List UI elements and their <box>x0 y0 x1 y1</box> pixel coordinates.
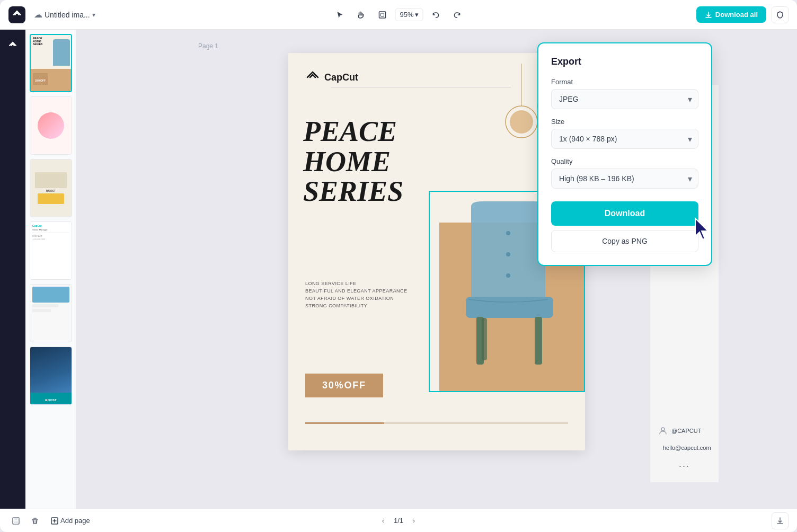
features-list: LONG SERVICE LIFE BEAUTIFUL AND ELEGANT … <box>305 281 407 308</box>
discount-badge: 30%OFF <box>305 374 383 397</box>
sidebar-filter-button[interactable] <box>3 36 22 55</box>
quality-select[interactable]: Low Medium High (98 KB – 196 KB) <box>551 169 698 189</box>
progress-fill <box>305 422 384 424</box>
svg-point-12 <box>506 252 510 256</box>
headline-text: PEACE HOME SERIES <box>303 117 403 207</box>
svg-rect-7 <box>466 297 553 318</box>
export-icon-button[interactable] <box>772 512 789 529</box>
quality-field: Quality Low Medium High (98 KB – 196 KB)… <box>551 157 698 189</box>
doc-title-button[interactable]: ☁ Untitled ima... ▾ <box>30 7 100 22</box>
bottom-bar-right <box>402 512 789 529</box>
size-label: Size <box>551 118 698 126</box>
doc-title-chevron-icon: ▾ <box>92 11 95 19</box>
page-thumb-3[interactable]: BOOST <box>30 159 72 217</box>
format-select[interactable]: JPEG PNG PDF SVG <box>551 89 698 109</box>
bottom-bar-left: Add page <box>8 513 395 528</box>
copy-png-button[interactable]: Copy as PNG <box>551 230 698 252</box>
svg-rect-1 <box>380 13 384 16</box>
bottom-bar: Add page ‹ 1/1 › <box>0 509 797 532</box>
headline-line1: PEACE <box>303 117 403 147</box>
hand-tool-button[interactable] <box>352 6 369 23</box>
add-page-label: Add page <box>60 517 90 525</box>
discount-text: 30%OFF <box>322 380 366 391</box>
svg-point-4 <box>510 110 533 134</box>
format-label: Format <box>551 78 698 86</box>
quality-select-wrapper: Low Medium High (98 KB – 196 KB) ▾ <box>551 169 698 189</box>
download-label: Download <box>605 209 645 218</box>
feature-2: BEAUTIFUL AND ELEGANT APPEARANCE <box>305 288 407 294</box>
size-field: Size 1x (940 × 788 px) 2x (1880 × 1576 p… <box>551 118 698 149</box>
size-select[interactable]: 1x (940 × 788 px) 2x (1880 × 1576 px) 0.… <box>551 129 698 149</box>
progress-bar <box>305 422 568 424</box>
handle-row: @CAPCUT <box>659 427 710 435</box>
add-page-button[interactable]: Add page <box>47 515 94 527</box>
size-select-wrapper: 1x (940 × 788 px) 2x (1880 × 1576 px) 0.… <box>551 129 698 149</box>
download-button[interactable]: Download <box>551 201 698 226</box>
zoom-control[interactable]: 95% ▾ <box>395 8 423 21</box>
brand-name-text: CapCut <box>324 72 358 83</box>
feature-1: LONG SERVICE LIFE <box>305 281 407 286</box>
zoom-chevron-icon: ▾ <box>415 11 419 19</box>
app-logo <box>8 6 25 23</box>
prev-page-button[interactable]: ‹ <box>377 515 389 527</box>
left-sidebar <box>0 30 25 509</box>
next-page-button[interactable]: › <box>408 515 420 527</box>
save-icon-button[interactable] <box>8 513 23 528</box>
feature-3: NOT AFRAID OF WATER OXIDATION <box>305 296 407 301</box>
download-btn-container: Download <box>551 197 698 230</box>
svg-rect-18 <box>14 521 18 524</box>
cursor-indicator <box>692 217 711 243</box>
page-thumb-4[interactable]: CapCut Senior Manager CONTACT +123-456-7… <box>30 221 72 280</box>
headline-line2: HOME <box>303 147 403 177</box>
download-all-button[interactable]: Download all <box>696 6 766 23</box>
bottom-bar-center: ‹ 1/1 › <box>377 515 420 527</box>
main-area: PEACEHOMESERIES 30%OFF BOOST <box>0 30 797 509</box>
undo-button[interactable] <box>428 6 445 23</box>
page-thumb-6[interactable]: BOOST <box>30 347 72 405</box>
pages-panel: PEACEHOMESERIES 30%OFF BOOST <box>25 30 76 509</box>
export-title: Export <box>551 56 698 67</box>
svg-point-14 <box>661 428 665 431</box>
email-text: hello@capcut.com <box>663 445 711 451</box>
copy-png-label: Copy as PNG <box>602 237 648 245</box>
page-thumb-1[interactable]: PEACEHOMESERIES 30%OFF <box>30 34 72 92</box>
topbar: ☁ Untitled ima... ▾ 95% ▾ <box>0 0 797 30</box>
page-thumb-2[interactable] <box>30 96 72 155</box>
cloud-icon: ☁ <box>34 10 42 20</box>
select-tool-button[interactable] <box>331 6 348 23</box>
more-dots: ··· <box>659 460 710 472</box>
format-select-wrapper: JPEG PNG PDF SVG ▾ <box>551 89 698 109</box>
headline-line3: SERIES <box>303 176 403 207</box>
doc-title-text: Untitled ima... <box>45 11 90 19</box>
page-thumb-5[interactable] <box>30 284 72 342</box>
format-field: Format JPEG PNG PDF SVG ▾ <box>551 78 698 109</box>
handle-text: @CAPCUT <box>671 428 701 434</box>
trash-icon-button[interactable] <box>28 513 42 528</box>
user-icon <box>659 427 667 435</box>
email-row: hello@capcut.com <box>659 444 710 452</box>
svg-rect-10 <box>482 318 487 360</box>
quality-label: Quality <box>551 157 698 165</box>
page-counter: 1/1 <box>394 517 403 525</box>
svg-point-13 <box>506 273 510 278</box>
design-brand-logo: CapCut <box>305 70 358 85</box>
svg-rect-17 <box>14 518 17 520</box>
download-all-label: Download all <box>715 11 758 19</box>
zoom-level-text: 95% <box>400 11 413 19</box>
export-panel: Export Format JPEG PNG PDF SVG ▾ Size <box>537 42 712 266</box>
redo-button[interactable] <box>449 6 466 23</box>
svg-rect-0 <box>379 12 385 18</box>
feature-4: STRONG COMPATIBILITY <box>305 303 407 308</box>
topbar-center: 95% ▾ <box>331 6 465 23</box>
svg-point-11 <box>506 231 510 235</box>
page-label: Page 1 <box>198 42 218 50</box>
svg-rect-9 <box>535 317 542 365</box>
shield-button[interactable] <box>772 6 789 23</box>
app-shell: ☁ Untitled ima... ▾ 95% ▾ <box>0 0 797 532</box>
frame-tool-button[interactable] <box>374 6 391 23</box>
